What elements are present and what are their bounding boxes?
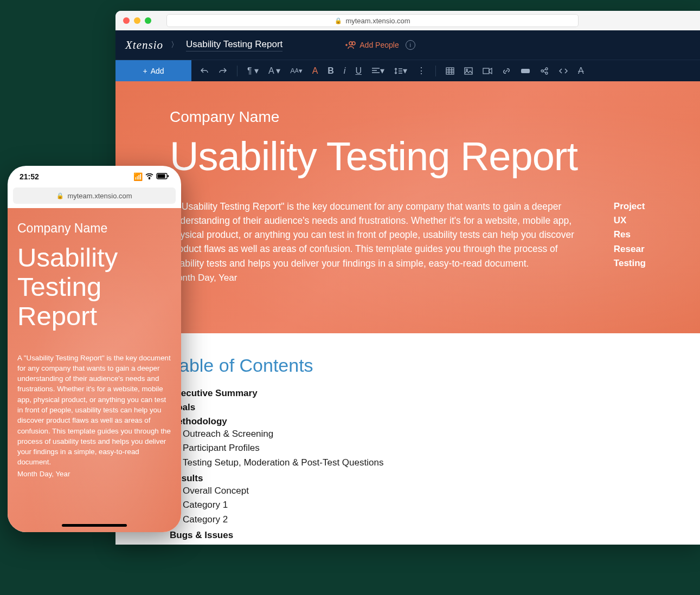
code-icon[interactable]	[558, 68, 568, 74]
table-icon[interactable]	[446, 67, 454, 75]
window-titlebar: 🔒 myteam.xtensio.com	[115, 11, 700, 30]
signal-icon: 📶	[133, 172, 143, 181]
status-icons: 📶	[133, 172, 169, 181]
phone-status-bar: 21:52 📶	[8, 166, 181, 187]
svg-point-11	[149, 178, 150, 179]
address-bar[interactable]: 🔒 myteam.xtensio.com	[166, 14, 579, 27]
meta-block[interactable]: Project UX Res Resear Testing	[614, 199, 646, 271]
meta-line: UX Res	[614, 214, 646, 242]
svg-rect-5	[483, 68, 489, 74]
document-title[interactable]: Usability Testing Report	[186, 39, 282, 51]
video-icon[interactable]	[483, 68, 492, 74]
meta-line: Project	[614, 199, 646, 214]
wifi-icon	[145, 172, 153, 181]
phone-company: Company Name	[17, 221, 171, 236]
date-line[interactable]: Month Day, Year	[170, 273, 587, 283]
company-name[interactable]: Company Name	[170, 108, 646, 126]
chevron-right-icon: 〉	[171, 40, 178, 50]
phone-preview: 21:52 📶 🔒 myteam.xtensio.com Company Nam…	[8, 166, 181, 532]
document-canvas[interactable]: Company Name Usability Testing Report A …	[115, 81, 700, 545]
browser-window: 🔒 myteam.xtensio.com Xtensio 〉 Usability…	[115, 11, 700, 545]
clear-format-icon[interactable]: A	[578, 66, 584, 76]
toc-heading: Table of Contents	[170, 355, 646, 376]
toc-item[interactable]: Bugs & Issues	[170, 530, 646, 541]
svg-point-10	[545, 72, 548, 74]
lock-icon: 🔒	[335, 17, 342, 24]
phone-hero: Company Name Usability Testing Report A …	[8, 208, 181, 532]
toc-item[interactable]: Goals	[170, 402, 646, 413]
toc-subitem[interactable]: Participant Profiles	[183, 441, 646, 455]
intro-paragraph[interactable]: A "Usability Testing Report" is the key …	[170, 199, 587, 270]
add-people-button[interactable]: Add People i	[344, 40, 415, 50]
underline-icon[interactable]: U	[355, 66, 362, 76]
toc-subitem[interactable]: Overall Concept	[183, 484, 646, 498]
add-button[interactable]: + Add	[115, 60, 191, 81]
svg-rect-2	[446, 68, 454, 74]
svg-rect-3	[465, 68, 472, 74]
undo-icon[interactable]	[200, 67, 209, 75]
toc-subitem[interactable]: Outreach & Screening	[183, 427, 646, 441]
svg-rect-13	[158, 174, 165, 178]
battery-icon	[156, 172, 169, 181]
image-icon[interactable]	[464, 67, 473, 75]
link-icon[interactable]	[502, 67, 511, 75]
more-icon[interactable]: ⋮	[417, 66, 426, 76]
paragraph-icon[interactable]: ¶ ▾	[247, 66, 259, 76]
minimize-icon[interactable]	[134, 17, 140, 24]
toc-item[interactable]: Executive Summary	[170, 388, 646, 399]
text-color-icon[interactable]: A	[312, 66, 318, 76]
svg-text:B: B	[524, 69, 527, 73]
italic-icon[interactable]: i	[344, 66, 346, 76]
toc-item[interactable]: Results	[170, 473, 646, 484]
close-icon[interactable]	[123, 17, 130, 24]
editor-toolbar: + Add ¶ ▾ A ▾ AA ▾ A B i U ▾ ▾ ⋮ B A	[115, 60, 700, 81]
line-height-icon[interactable]: ▾	[394, 66, 407, 76]
phone-time: 21:52	[20, 172, 39, 181]
people-plus-icon	[344, 41, 356, 49]
phone-address-bar[interactable]: 🔒 myteam.xtensio.com	[13, 187, 176, 204]
info-icon[interactable]: i	[406, 40, 415, 50]
svg-point-9	[545, 68, 548, 70]
button-icon[interactable]: B	[521, 68, 530, 74]
font-family-icon[interactable]: A ▾	[268, 66, 280, 76]
hero-section: Company Name Usability Testing Report A …	[115, 81, 700, 333]
add-label: Add	[151, 67, 164, 75]
svg-point-8	[541, 70, 543, 72]
url-text: myteam.xtensio.com	[345, 17, 410, 25]
align-icon[interactable]: ▾	[371, 66, 384, 76]
font-size-icon[interactable]: AA ▾	[290, 67, 302, 75]
toc-section[interactable]: Table of Contents Executive Summary Goal…	[115, 333, 700, 545]
add-people-label: Add People	[359, 41, 399, 49]
toc-item[interactable]: Methodology	[170, 416, 646, 427]
plus-icon: +	[143, 67, 147, 75]
phone-url-text: myteam.xtensio.com	[67, 192, 132, 200]
meta-line: Resear	[614, 242, 646, 256]
toc-subitem[interactable]: Category 2	[183, 513, 646, 527]
brand-logo[interactable]: Xtensio	[125, 38, 163, 52]
phone-date: Month Day, Year	[17, 470, 171, 478]
share-icon[interactable]	[540, 67, 549, 75]
home-indicator[interactable]	[62, 524, 127, 527]
meta-line: Testing	[614, 256, 646, 270]
app-header: Xtensio 〉 Usability Testing Report Add P…	[115, 30, 700, 60]
toc-sublist: Overall Concept Category 1 Category 2	[183, 484, 646, 527]
phone-intro: A "Usability Testing Report" is the key …	[17, 353, 171, 468]
phone-title: Usability Testing Report	[17, 243, 171, 331]
lock-icon: 🔒	[56, 192, 64, 199]
toc-subitem[interactable]: Category 1	[183, 498, 646, 512]
svg-point-4	[466, 69, 467, 70]
toc-subitem[interactable]: Testing Setup, Moderation & Post-Test Qu…	[183, 456, 646, 470]
maximize-icon[interactable]	[145, 17, 151, 24]
toc-sublist: Outreach & Screening Participant Profile…	[183, 427, 646, 470]
svg-rect-14	[168, 175, 169, 177]
bold-icon[interactable]: B	[327, 66, 334, 76]
redo-icon[interactable]	[219, 67, 227, 75]
document-heading[interactable]: Usability Testing Report	[170, 135, 646, 178]
